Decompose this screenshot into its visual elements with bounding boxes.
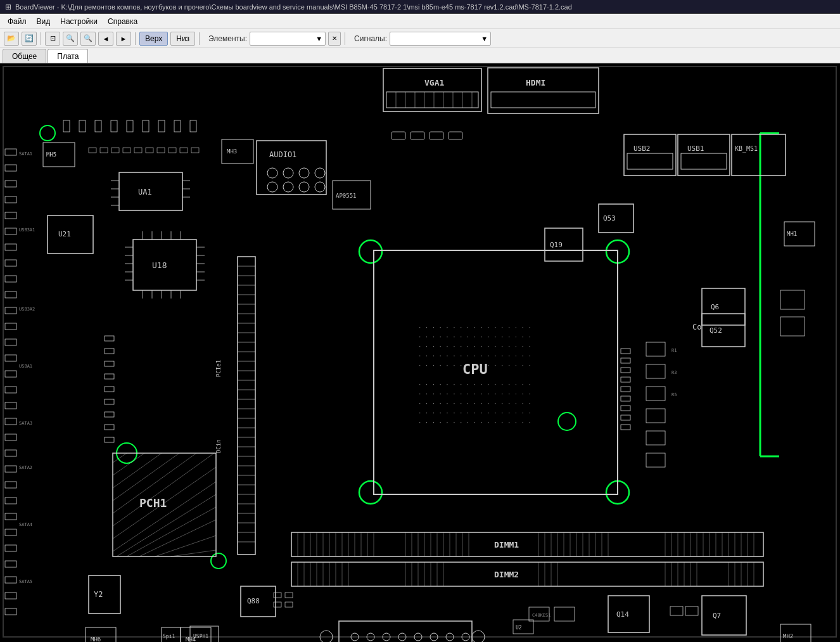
svg-text:Q7: Q7: [713, 612, 721, 620]
svg-text:DCin: DCin: [215, 439, 222, 453]
tab-board[interactable]: Плата: [48, 49, 88, 63]
sep1: [41, 32, 41, 45]
svg-text:HDMI: HDMI: [526, 78, 545, 87]
menu-view[interactable]: Вид: [32, 16, 56, 27]
svg-text:· · · · · · · · · · · · · · · : · · · · · · · · · · · · · · · · ·: [418, 343, 531, 350]
titlebar: ⊞ BoardViewer - K:\Для ремонтов компов, …: [0, 0, 840, 14]
svg-text:VGA1: VGA1: [424, 78, 444, 87]
menubar: Файл Вид Настройки Справка: [0, 14, 840, 29]
btn-open[interactable]: 📂: [4, 32, 19, 46]
svg-text:USB3A2: USB3A2: [19, 307, 35, 312]
svg-text:U2: U2: [516, 625, 522, 631]
svg-text:USPH1: USPH1: [193, 634, 208, 639]
svg-text:Q88: Q88: [247, 597, 260, 605]
sep3: [199, 32, 200, 45]
svg-text:SATA5: SATA5: [19, 579, 32, 584]
svg-text:R5: R5: [671, 392, 677, 397]
label-elements: Элементы:: [208, 34, 247, 43]
svg-text:Q14: Q14: [616, 610, 629, 619]
svg-text:· · · · · · · · · · · · · · · : · · · · · · · · · · · · · · · · ·: [418, 324, 531, 331]
svg-text:KB_MS1: KB_MS1: [735, 145, 758, 153]
label-signals: Сигналы:: [354, 34, 387, 43]
app-icon: ⊞: [5, 3, 11, 11]
pcb-area[interactable]: VGA1 HDMI USB2 USB1 KB_MS1 MH5 MH3: [0, 63, 840, 642]
svg-text:PCIe1: PCIe1: [215, 360, 222, 377]
svg-text:SATA4: SATA4: [19, 522, 32, 527]
btn-zoom-fit[interactable]: ⊡: [45, 32, 60, 46]
svg-text:Co: Co: [692, 323, 701, 331]
menu-settings[interactable]: Настройки: [55, 16, 103, 27]
svg-text:· · · · · · · · · · · · · · · : · · · · · · · · · · · · · · · · ·: [418, 420, 531, 426]
svg-text:DIMM1: DIMM1: [494, 540, 519, 549]
svg-text:UA1: UA1: [138, 188, 152, 196]
svg-text:Q6: Q6: [711, 303, 719, 311]
svg-text:C40KES1: C40KES1: [532, 613, 551, 618]
svg-text:DIMM2: DIMM2: [494, 570, 519, 579]
svg-text:USBA1: USBA1: [19, 364, 32, 369]
tab-general[interactable]: Общее: [3, 49, 46, 63]
btn-top[interactable]: Верх: [139, 32, 168, 46]
svg-text:MH1: MH1: [787, 231, 797, 237]
svg-text:U21: U21: [58, 230, 71, 238]
dropdown-signals[interactable]: ▼: [390, 32, 491, 46]
menu-file[interactable]: Файл: [3, 16, 32, 27]
svg-text:MH5: MH5: [46, 151, 56, 158]
btn-zoom-in[interactable]: 🔍: [63, 32, 78, 46]
sep4: [345, 32, 345, 45]
sep2: [135, 32, 136, 45]
chevron-down-icon: ▼: [315, 35, 322, 42]
svg-text:SATA3: SATA3: [19, 421, 32, 426]
svg-text:MH6: MH6: [91, 636, 101, 642]
svg-text:USB3A1: USB3A1: [19, 228, 35, 233]
svg-text:Q53: Q53: [603, 214, 616, 222]
svg-text:· · · · · · · · · · · · · · · : · · · · · · · · · · · · · · · · ·: [418, 391, 531, 397]
svg-text:· · · · · · · · · · · · · · · : · · · · · · · · · · · · · · · · ·: [418, 410, 531, 416]
svg-text:SATA1: SATA1: [19, 151, 32, 157]
menu-help[interactable]: Справка: [103, 16, 143, 27]
btn-zoom-out[interactable]: 🔍: [80, 32, 96, 46]
svg-text:SATA2: SATA2: [19, 465, 32, 470]
svg-text:Y2: Y2: [94, 590, 103, 599]
svg-text:· · · · · · · · · · · · · · · : · · · · · · · · · · · · · · · · ·: [418, 382, 531, 388]
btn-nav-right[interactable]: ►: [116, 32, 131, 46]
btn-clear-elements[interactable]: ✕: [328, 32, 341, 46]
svg-text:· · · · · · · · · · · · · · · : · · · · · · · · · · · · · · · · ·: [418, 363, 531, 369]
svg-text:USB1: USB1: [687, 144, 704, 153]
title-text: BoardViewer - K:\Для ремонтов компов, но…: [15, 3, 572, 11]
toolbar: 📂 🔄 ⊡ 🔍 🔍 ◄ ► Верх Низ Элементы: ▼ ✕ Сиг…: [0, 29, 840, 48]
svg-text:U18: U18: [152, 260, 167, 270]
svg-text:· · · · · · · · · · · · · · · : · · · · · · · · · · · · · · · · ·: [418, 401, 531, 407]
svg-text:Q52: Q52: [710, 326, 722, 335]
svg-text:· · · · · · · · · · · · · · · : · · · · · · · · · · · · · · · · ·: [418, 353, 531, 359]
chevron-down-icon-2: ▼: [481, 35, 488, 42]
btn-reload[interactable]: 🔄: [22, 32, 37, 46]
svg-text:· · · · · · · · · · · · · · · : · · · · · · · · · · · · · · · · ·: [418, 334, 531, 340]
svg-text:Q19: Q19: [550, 241, 563, 249]
svg-text:PCH1: PCH1: [139, 496, 167, 510]
pcb-canvas: VGA1 HDMI USB2 USB1 KB_MS1 MH5 MH3: [0, 63, 840, 642]
svg-text:USB2: USB2: [633, 144, 651, 153]
btn-bottom[interactable]: Низ: [170, 32, 195, 46]
svg-text:AUDIO1: AUDIO1: [269, 150, 296, 159]
tabs: Общее Плата: [0, 48, 840, 63]
svg-text:R3: R3: [671, 370, 677, 375]
svg-text:MH2: MH2: [783, 633, 793, 639]
svg-text:AP0551: AP0551: [336, 193, 357, 199]
svg-text:MH3: MH3: [227, 148, 237, 155]
btn-nav-left[interactable]: ◄: [98, 32, 113, 46]
svg-text:Spi1: Spi1: [163, 634, 175, 639]
svg-text:R1: R1: [671, 348, 677, 353]
dropdown-elements[interactable]: ▼: [250, 32, 326, 46]
